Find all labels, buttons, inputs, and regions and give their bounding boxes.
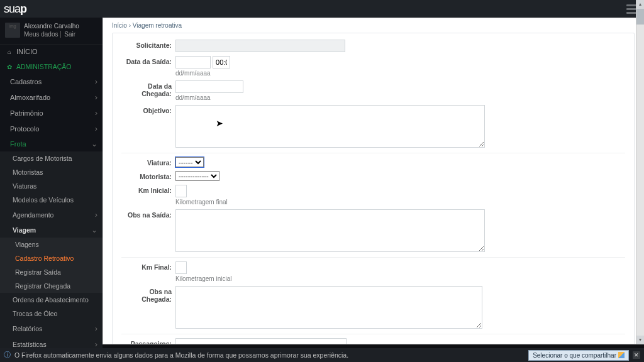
gear-icon: ✿ [5,63,14,70]
hint-data-saida: dd/mm/aaaa [175,70,625,77]
nav-motoristas[interactable]: Motoristas [0,165,103,179]
textarea-obs-chegada[interactable] [175,286,482,329]
select-motorista[interactable]: ----------------- [175,171,219,181]
nav-registrar-saida[interactable]: Registrar Saída [0,265,103,279]
nav-frota[interactable]: Frota [0,136,103,151]
share-button[interactable]: Selecionar o que compartilhar [528,350,629,361]
nav-viagem[interactable]: Viagem [0,222,103,238]
input-km-final[interactable] [175,261,187,274]
scroll-down-icon[interactable]: ▾ [636,336,644,344]
vertical-scrollbar[interactable]: ▴ ▾ [636,0,644,344]
input-data-chegada[interactable] [175,80,243,93]
label-passageiros: Passageiros: [121,338,175,344]
nav-viagens[interactable]: Viagens [0,238,103,251]
label-km-inicial: Km Inicial: [121,185,175,194]
input-passageiros[interactable] [175,338,347,344]
label-objetivo: Objetivo: [121,105,175,114]
nav-almoxarifado[interactable]: Almoxarifado [0,89,103,105]
label-obs-saida: Obs na Saída: [121,209,175,219]
nav-cadastro-retroativo[interactable]: Cadastro Retroativo [0,251,103,265]
label-viatura: Viatura: [121,157,175,167]
home-icon: ⌂ [5,48,14,55]
info-icon: ⓘ [4,351,11,359]
nav-patrimonio[interactable]: Patrimônio [0,105,103,121]
nav-protocolo[interactable]: Protocolo [0,121,103,136]
link-meus-dados[interactable]: Meus dados [24,31,61,38]
nav-cadastros[interactable]: Cadastros [0,74,103,89]
label-motorista: Motorista: [121,171,175,180]
breadcrumb-page[interactable]: Viagem retroativa [133,22,182,29]
input-solicitante[interactable] [175,40,345,52]
select-viatura[interactable]: --------- [175,157,204,167]
label-data-saida: Data da Saída: [121,56,175,65]
textarea-obs-saida[interactable] [175,209,485,252]
textarea-objetivo[interactable] [175,105,485,148]
input-data-saida-date[interactable] [175,56,211,69]
label-km-final: Km Final: [121,261,175,271]
close-icon[interactable]: ✕ [633,351,640,359]
hint-km-inicial: Kilometragem final [175,199,625,206]
sidebar: img Alexandre Carvalho Meus dados Sair ⌂… [0,18,103,344]
label-solicitante: Solicitante: [121,40,175,49]
nav-modelos-veiculos[interactable]: Modelos de Veículos [0,193,103,207]
avatar: img [5,23,20,38]
link-sair[interactable]: Sair [64,31,78,38]
nav-admin-header[interactable]: ✿ADMINISTRAÇÃO [0,58,103,74]
browser-info-bar: ⓘ O Firefox automaticamente envia alguns… [0,348,644,362]
nav-agendamento[interactable]: Agendamento [0,207,103,222]
breadcrumb-home[interactable]: Início [112,22,127,29]
nav-viaturas[interactable]: Viaturas [0,179,103,193]
nav-inicio[interactable]: ⌂INÍCIO [0,45,103,58]
nav-ordens-abastecimento[interactable]: Ordens de Abastecimento [0,293,103,307]
scroll-up-icon[interactable]: ▴ [636,0,644,9]
nav-registrar-chegada[interactable]: Registrar Chegada [0,279,103,293]
hint-data-chegada: dd/mm/aaaa [175,94,625,101]
nav-trocas-oleo[interactable]: Trocas de Óleo [0,307,103,321]
user-name: Alexandre Carvalho [24,22,79,30]
topbar: suap [0,0,644,18]
nav-relatorios[interactable]: Relatórios [0,321,103,336]
share-icon [618,352,625,358]
hint-km-final: Kilometragem inicial [175,275,625,282]
label-obs-chegada: Obs na Chegada: [121,286,175,303]
user-block: img Alexandre Carvalho Meus dados Sair [0,18,103,45]
input-km-inicial[interactable] [175,185,187,197]
scroll-thumb[interactable] [636,9,644,25]
nav-cargos-motorista[interactable]: Cargos de Motorista [0,151,103,165]
breadcrumb: Início › Viagem retroativa [112,21,635,33]
app-logo: suap [4,3,26,16]
info-message: O Firefox automaticamente envia alguns d… [14,351,348,359]
input-data-saida-time[interactable] [213,56,230,69]
content-area: Início › Viagem retroativa Solicitante: … [103,18,644,344]
label-data-chegada: Data da Chegada: [121,80,175,97]
